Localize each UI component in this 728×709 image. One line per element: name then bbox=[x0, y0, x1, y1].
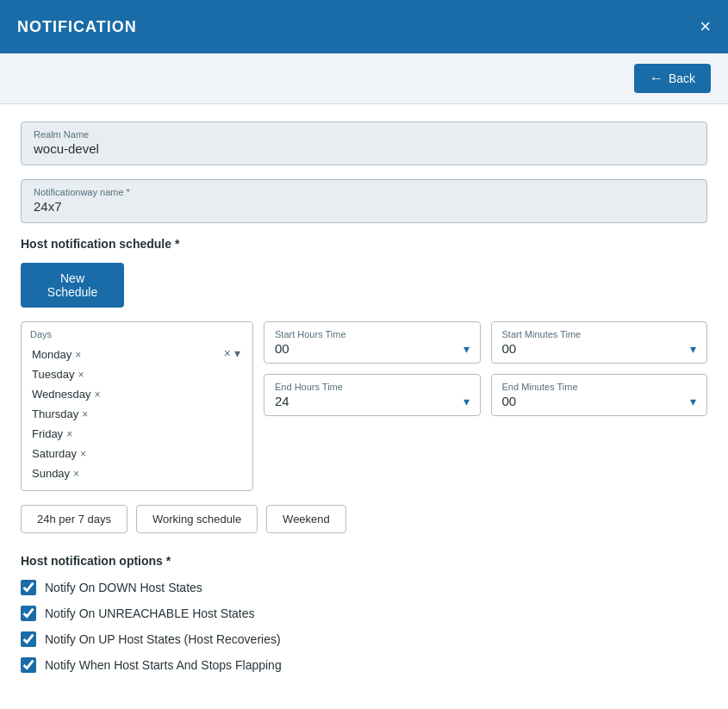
start-minutes-value: 00 bbox=[502, 341, 517, 356]
days-label: Days bbox=[30, 329, 244, 339]
remove-wednesday-icon[interactable]: × bbox=[94, 389, 100, 401]
back-arrow-icon: ← bbox=[650, 71, 663, 86]
end-hours-chevron-icon: ▾ bbox=[464, 395, 470, 408]
quick-btn-24h7[interactable]: 24h per 7 days bbox=[21, 505, 128, 533]
quick-btn-weekend[interactable]: Weekend bbox=[266, 505, 346, 533]
start-hours-value: 00 bbox=[275, 341, 289, 356]
start-minutes-chevron-icon: ▾ bbox=[690, 342, 696, 356]
day-name-friday: Friday bbox=[32, 427, 63, 440]
option-item-flapping: Notify When Host Starts And Stops Flappi… bbox=[21, 657, 707, 673]
start-times-row: Start Hours Time 00 ▾ Start Minutes Time… bbox=[264, 321, 707, 364]
option-checkbox-up[interactable] bbox=[21, 631, 36, 647]
notificationway-field: Notificationway name * 24x7 bbox=[21, 179, 707, 223]
main-content: Realm Name wocu-devel Notificationway na… bbox=[0, 104, 728, 709]
host-schedule-title: Host notification schedule * bbox=[21, 237, 707, 251]
end-minutes-time-select[interactable]: End Minutes Time 00 ▾ bbox=[491, 374, 708, 416]
day-name-thursday: Thursday bbox=[32, 407, 78, 420]
remove-saturday-icon[interactable]: × bbox=[80, 448, 86, 460]
options-title: Host notification options * bbox=[21, 554, 707, 568]
day-item-tuesday: Tuesday × bbox=[30, 364, 244, 384]
end-hours-value: 24 bbox=[275, 394, 289, 408]
day-name-sunday: Sunday bbox=[32, 467, 70, 480]
select-controls: × ▾ bbox=[224, 346, 240, 360]
notificationway-value: 24x7 bbox=[34, 199, 694, 214]
end-minutes-value-row: 00 ▾ bbox=[502, 394, 697, 408]
header: NOTIFICATION × bbox=[0, 0, 728, 53]
day-item-wednesday: Wednesday × bbox=[30, 384, 244, 404]
start-minutes-value-row: 00 ▾ bbox=[502, 341, 697, 356]
remove-thursday-icon[interactable]: × bbox=[82, 408, 88, 420]
end-minutes-label: End Minutes Time bbox=[502, 382, 697, 392]
remove-sunday-icon[interactable]: × bbox=[73, 468, 79, 480]
days-expand-button[interactable]: ▾ bbox=[234, 346, 240, 360]
back-button-label: Back bbox=[669, 72, 695, 85]
schedule-row: Days × ▾ Monday × Tuesday × Wednesday bbox=[21, 321, 707, 491]
option-checkbox-down[interactable] bbox=[21, 580, 36, 595]
realm-name-field: Realm Name wocu-devel bbox=[21, 121, 707, 165]
day-name-saturday: Saturday bbox=[32, 447, 77, 460]
new-schedule-button[interactable]: New Schedule bbox=[21, 263, 124, 308]
day-item-friday: Friday × bbox=[30, 424, 244, 444]
end-times-row: End Hours Time 24 ▾ End Minutes Time 00 … bbox=[264, 374, 707, 416]
day-item-thursday: Thursday × bbox=[30, 404, 244, 424]
options-section: Host notification options * Notify On DO… bbox=[21, 554, 707, 673]
start-hours-time-select[interactable]: Start Hours Time 00 ▾ bbox=[264, 321, 481, 364]
page-title: NOTIFICATION bbox=[17, 18, 137, 36]
back-button[interactable]: ← Back bbox=[634, 64, 711, 93]
start-minutes-label: Start Minutes Time bbox=[502, 329, 697, 339]
option-label-flapping: Notify When Host Starts And Stops Flappi… bbox=[45, 658, 282, 672]
realm-name-group: Realm Name wocu-devel bbox=[21, 121, 707, 165]
option-item-up: Notify On UP Host States (Host Recoverie… bbox=[21, 631, 707, 647]
start-hours-value-row: 00 ▾ bbox=[275, 341, 470, 356]
quick-btn-working[interactable]: Working schedule bbox=[136, 505, 258, 533]
close-button[interactable]: × bbox=[700, 17, 711, 36]
day-name-wednesday: Wednesday bbox=[32, 388, 90, 401]
day-item-saturday: Saturday × bbox=[30, 444, 244, 463]
days-multiselect[interactable]: Days × ▾ Monday × Tuesday × Wednesday bbox=[21, 321, 253, 491]
remove-friday-icon[interactable]: × bbox=[66, 428, 72, 440]
option-label-unreachable: Notify On UNREACHABLE Host States bbox=[45, 606, 255, 620]
day-item-monday: Monday × bbox=[30, 345, 244, 364]
notificationway-label: Notificationway name * bbox=[34, 187, 694, 197]
start-minutes-time-select[interactable]: Start Minutes Time 00 ▾ bbox=[491, 321, 708, 364]
option-item-unreachable: Notify On UNREACHABLE Host States bbox=[21, 606, 707, 621]
end-minutes-chevron-icon: ▾ bbox=[690, 395, 696, 408]
end-hours-label: End Hours Time bbox=[275, 382, 470, 392]
realm-name-value: wocu-devel bbox=[34, 141, 694, 156]
remove-tuesday-icon[interactable]: × bbox=[78, 369, 84, 381]
quick-schedule-buttons: 24h per 7 days Working schedule Weekend bbox=[21, 505, 707, 533]
end-hours-time-select[interactable]: End Hours Time 24 ▾ bbox=[264, 374, 481, 416]
end-hours-value-row: 24 ▾ bbox=[275, 394, 470, 408]
remove-monday-icon[interactable]: × bbox=[75, 349, 81, 361]
option-label-down: Notify On DOWN Host States bbox=[45, 581, 202, 594]
day-name-tuesday: Tuesday bbox=[32, 368, 74, 381]
realm-name-label: Realm Name bbox=[34, 129, 694, 140]
sub-header: ← Back bbox=[0, 53, 728, 104]
option-label-up: Notify On UP Host States (Host Recoverie… bbox=[45, 632, 281, 646]
day-item-sunday: Sunday × bbox=[30, 463, 244, 483]
start-hours-chevron-icon: ▾ bbox=[464, 342, 470, 356]
days-list: Monday × Tuesday × Wednesday × Thursday … bbox=[30, 345, 244, 483]
time-fields: Start Hours Time 00 ▾ Start Minutes Time… bbox=[264, 321, 707, 426]
option-checkbox-flapping[interactable] bbox=[21, 657, 36, 673]
start-hours-label: Start Hours Time bbox=[275, 329, 470, 339]
option-item-down: Notify On DOWN Host States bbox=[21, 580, 707, 595]
option-checkbox-unreachable[interactable] bbox=[21, 606, 36, 621]
end-minutes-value: 00 bbox=[502, 394, 517, 408]
notificationway-group: Notificationway name * 24x7 bbox=[21, 179, 707, 223]
days-clear-button[interactable]: × bbox=[224, 346, 231, 360]
day-name-monday: Monday bbox=[32, 348, 72, 361]
